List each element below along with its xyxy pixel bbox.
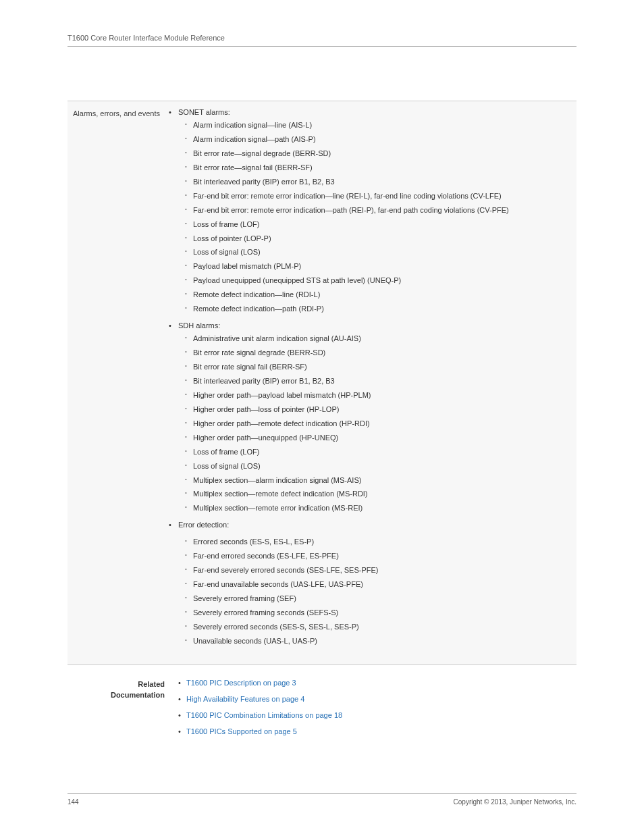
spec-item: Multiplex section—remote defect indicati… bbox=[193, 489, 574, 500]
spec-item: Severely errored framing seconds (SEFS-S… bbox=[193, 608, 574, 619]
spec-item: Alarm indication signal—path (AIS-P) bbox=[193, 134, 574, 145]
spec-item: Errored seconds (ES-S, ES-L, ES-P) bbox=[193, 537, 574, 548]
spec-item: Multiplex section—remote error indicatio… bbox=[193, 503, 574, 514]
spec-item: Loss of signal (LOS) bbox=[193, 247, 574, 258]
related-label-line1: Related bbox=[138, 680, 165, 688]
spec-group: SONET alarms:Alarm indication signal—lin… bbox=[177, 108, 574, 315]
spec-item: Far-end unavailable seconds (UAS-LFE, UA… bbox=[193, 579, 574, 590]
related-label: Related Documentation bbox=[70, 679, 177, 744]
spec-item: Higher order path—loss of pointer (HP-LO… bbox=[193, 405, 574, 415]
spec-item: Far-end severely errored seconds (SES-LF… bbox=[193, 565, 574, 576]
related-documentation: Related Documentation T1600 PIC Descript… bbox=[68, 679, 576, 744]
spec-item: Higher order path—remote defect indicati… bbox=[193, 419, 574, 429]
page-number: 144 bbox=[68, 798, 79, 806]
spec-item: Loss of signal (LOS) bbox=[193, 461, 574, 472]
spec-item: Multiplex section—alarm indication signa… bbox=[193, 475, 574, 486]
related-link-item: High Availability Features on page 4 bbox=[186, 695, 574, 703]
related-link-item: T1600 PIC Description on page 3 bbox=[186, 679, 574, 687]
spec-group-title: SONET alarms: bbox=[178, 108, 230, 116]
related-link[interactable]: T1600 PIC Description on page 3 bbox=[186, 679, 296, 687]
related-links: T1600 PIC Description on page 3High Avai… bbox=[177, 679, 574, 744]
spec-group: SDH alarms:Administrative unit alarm ind… bbox=[177, 321, 574, 514]
spec-item: Far-end bit error: remote error indicati… bbox=[193, 205, 574, 216]
spec-item: Loss of frame (LOF) bbox=[193, 219, 574, 230]
spec-group: Error detection:Errored seconds (ES-S, E… bbox=[177, 521, 574, 647]
spec-item: Unavailable seconds (UAS-L, UAS-P) bbox=[193, 636, 574, 647]
spec-item: Higher order path—unequipped (HP-UNEQ) bbox=[193, 433, 574, 444]
spec-item: Alarm indication signal—line (AIS-L) bbox=[193, 120, 574, 131]
related-link-item: T1600 PIC Combination Limitations on pag… bbox=[186, 711, 574, 719]
spec-item: Loss of pointer (LOP-P) bbox=[193, 234, 574, 244]
spec-item: Remote defect indication—line (RDI-L) bbox=[193, 290, 574, 301]
spec-item: Bit interleaved parity (BIP) error B1, B… bbox=[193, 177, 574, 188]
related-label-line2: Documentation bbox=[111, 691, 165, 699]
spec-item: Severely errored framing (SEF) bbox=[193, 594, 574, 604]
spec-item: Higher order path—payload label mismatch… bbox=[193, 390, 574, 401]
spec-row-content: SONET alarms:Alarm indication signal—lin… bbox=[167, 108, 574, 654]
spec-item: Far-end errored seconds (ES-LFE, ES-PFE) bbox=[193, 551, 574, 562]
spec-item: Payload unequipped (unequipped STS at pa… bbox=[193, 276, 574, 286]
spec-row-label: Alarms, errors, and events bbox=[70, 108, 167, 654]
spec-group-title: SDH alarms: bbox=[178, 321, 220, 330]
spec-table: Alarms, errors, and events SONET alarms:… bbox=[68, 101, 576, 665]
spec-group-title: Error detection: bbox=[178, 521, 229, 529]
related-link[interactable]: High Availability Features on page 4 bbox=[186, 695, 304, 703]
spec-item: Remote defect indication—path (RDI-P) bbox=[193, 304, 574, 315]
spec-item: Severely errored seconds (SES-S, SES-L, … bbox=[193, 622, 574, 633]
spec-item: Bit error rate—signal degrade (BERR-SD) bbox=[193, 149, 574, 159]
spec-item: Bit error rate signal degrade (BERR-SD) bbox=[193, 348, 574, 359]
spec-item: Bit error rate—signal fail (BERR-SF) bbox=[193, 163, 574, 174]
spec-item: Administrative unit alarm indication sig… bbox=[193, 334, 574, 344]
spec-item: Far-end bit error: remote error indicati… bbox=[193, 191, 574, 202]
page-header-title: T1600 Core Router Interface Module Refer… bbox=[68, 34, 576, 47]
spec-item: Loss of frame (LOF) bbox=[193, 447, 574, 458]
copyright-text: Copyright © 2013, Juniper Networks, Inc. bbox=[454, 798, 576, 806]
related-link-item: T1600 PICs Supported on page 5 bbox=[186, 727, 574, 735]
spec-item: Payload label mismatch (PLM-P) bbox=[193, 261, 574, 272]
spec-item: Bit interleaved parity (BIP) error B1, B… bbox=[193, 376, 574, 387]
spec-item: Bit error rate signal fail (BERR-SF) bbox=[193, 362, 574, 373]
related-link[interactable]: T1600 PICs Supported on page 5 bbox=[186, 727, 297, 735]
related-link[interactable]: T1600 PIC Combination Limitations on pag… bbox=[186, 711, 342, 719]
page-footer: 144 Copyright © 2013, Juniper Networks, … bbox=[68, 793, 576, 806]
